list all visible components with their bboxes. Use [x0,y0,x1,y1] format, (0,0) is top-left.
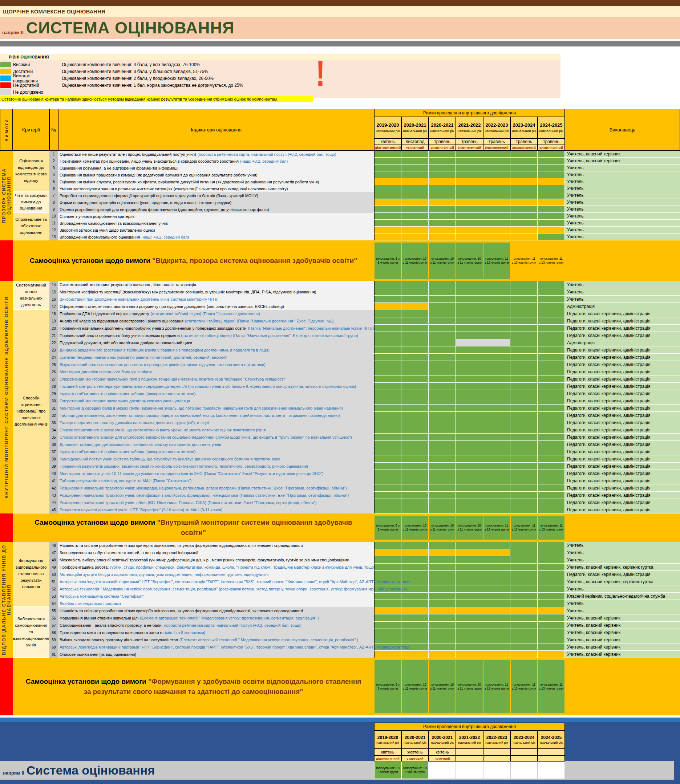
level-cell [538,542,565,549]
level-cell [374,346,401,354]
footer-direction-label: напрям ІІ [3,770,24,776]
level-cell [401,477,429,484]
level-cell [538,600,565,607]
level-cell [483,346,510,354]
level-cell [401,151,429,158]
level-cell [483,325,510,332]
row-number: 6 [49,185,58,192]
row-number: 3 [49,165,58,171]
row-number: 35 [49,434,58,441]
period-year-header: 2019-2020навчальний рік [374,117,401,138]
level-cell [483,281,510,288]
exclamation-icon: ! [311,55,329,96]
vote-cell: голосування: 5 з 5 членів групи [374,514,401,542]
level-cell [401,434,429,441]
executor-cell: Учитель [565,585,680,592]
level-cell [401,213,429,220]
level-cell [374,484,401,492]
level-cell [456,361,483,368]
legend-body: Високий Оцінювання компоненти вивчення: … [0,60,560,98]
level-cell [374,397,401,405]
level-cell [510,556,538,564]
indicator-text: Наявність та спільне розроблення чітких … [58,607,374,614]
level-cell [510,614,538,622]
level-cell [510,192,538,199]
level-cell [483,592,510,600]
level-cell [401,178,429,185]
level-cell [456,643,483,651]
level-cell [510,484,538,492]
executor-cell: Учитель, класний керівник, керівник гурт… [565,564,680,571]
row-number: 32 [49,412,58,419]
level-cell [510,434,538,441]
level-cell [401,354,429,361]
level-cell [429,506,456,514]
row-number: 45 [49,506,58,514]
period-type-header: діагностичний [374,145,401,151]
level-cell [456,158,483,165]
level-cell [483,636,510,643]
level-cell [456,426,483,434]
executor-cell: Учитель, класний керівник [565,151,680,158]
level-cell [510,185,538,192]
level-cell [456,484,483,492]
executor-cell: Учитель [565,607,680,614]
executor-cell: Учитель [565,556,680,564]
level-cell [374,448,401,456]
indicator-text: Візуалізований аналіз навчальних досягне… [58,361,374,368]
period-year-header: 2023-2024навчальний рік [510,117,538,138]
criteria-group-label: Способи отримання інформації про навчаль… [13,310,49,514]
level-cell [429,585,456,592]
indicator-text: Наявність та спільне розроблення чітких … [58,542,374,549]
level-cell [429,158,456,165]
executor-cell: Педагоги, класні керівники, адміністраці… [565,368,680,376]
period-type-header: комплексний [510,145,538,151]
level-cell [538,484,565,492]
row-number: 5 [49,178,58,185]
level-cell [456,397,483,405]
level-cell [429,651,456,658]
level-cell [374,220,401,226]
level-cell [538,206,565,213]
level-cell [538,622,565,629]
level-cell [538,178,565,185]
indicator-text: Можливість вибору власної освітньої трає… [58,556,374,564]
indicator-text: Оцінювання розуміння, а не відтворення ф… [58,165,374,171]
level-cell [510,226,538,234]
legend-desc: Оцінювання компоненти вивчення: 4 бали, … [62,62,200,67]
level-cell [538,592,565,600]
legend-item: Високий Оцінювання компоненти вивчення: … [0,61,560,68]
level-cell [429,178,456,185]
bottom-vote-cell: голосування: 5 з 5 членів групи [401,762,429,779]
level-cell [429,484,456,492]
executor-cell: Педагоги, класні керівники, адміністраці… [565,354,680,361]
executor-cell: Педагоги, класні керівники, адміністраці… [565,361,680,368]
period-type-header: комплексний [456,145,483,151]
level-cell [374,376,401,383]
level-cell [401,376,429,383]
indicator-text: Позитивний коментар при оцінюванні, якщо… [58,158,374,165]
indicator-text: Проговорення мети та планування навчальн… [58,629,374,636]
period-year-header: 2022-2023навчальний рік [483,117,510,138]
level-cell [401,361,429,368]
level-cell [401,346,429,354]
row-number: 56 [49,614,58,622]
level-cell [401,281,429,288]
level-cell [374,441,401,448]
level-cell [401,171,429,178]
level-cell [401,441,429,448]
executor-cell: Педагоги, класні керівники, адміністраці… [565,412,680,419]
level-cell [483,192,510,199]
indicator-text: Зосередження на набутті компетентностей,… [58,549,374,556]
level-cell [538,492,565,499]
bottom-month-cell [483,749,510,755]
level-cell [374,600,401,607]
level-cell [456,390,483,397]
level-cell [401,492,429,499]
bottom-year-header: 2021-2022навчальний рік [456,731,483,749]
level-needs-improvement-swatch [0,75,11,81]
indicator-text: Порівняльний аналіз середнього балу учні… [58,332,374,339]
level-cell [401,165,429,171]
level-cell [374,234,401,240]
level-cell [429,339,456,346]
